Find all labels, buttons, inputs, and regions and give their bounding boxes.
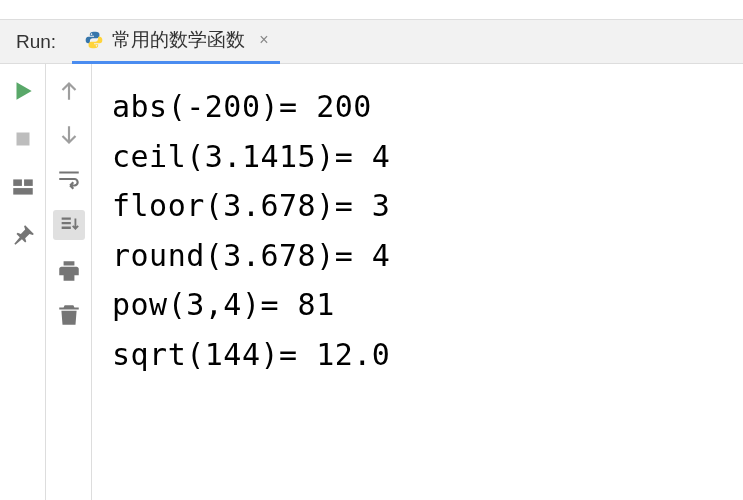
output-line: pow(3,4)= 81	[112, 280, 723, 330]
output-line: abs(-200)= 200	[112, 82, 723, 132]
close-icon[interactable]: ×	[259, 31, 268, 49]
trash-icon[interactable]	[56, 302, 82, 328]
output-line: floor(3.678)= 3	[112, 181, 723, 231]
toolbar-secondary	[46, 64, 92, 500]
main-area: abs(-200)= 200 ceil(3.1415)= 4 floor(3.6…	[0, 64, 743, 500]
run-panel-label: Run:	[0, 31, 72, 53]
run-button[interactable]	[10, 78, 36, 104]
layout-button[interactable]	[10, 174, 36, 200]
run-tab[interactable]: 常用的数学函数 ×	[72, 20, 280, 64]
run-panel-header: Run: 常用的数学函数 ×	[0, 20, 743, 64]
pin-icon[interactable]	[10, 222, 36, 248]
output-line: sqrt(144)= 12.0	[112, 330, 723, 380]
tab-title: 常用的数学函数	[112, 27, 245, 53]
print-icon[interactable]	[56, 258, 82, 284]
output-line: round(3.678)= 4	[112, 231, 723, 281]
stop-button[interactable]	[10, 126, 36, 152]
console-output[interactable]: abs(-200)= 200 ceil(3.1415)= 4 floor(3.6…	[92, 64, 743, 500]
arrow-down-icon[interactable]	[56, 122, 82, 148]
toolbar-primary	[0, 64, 46, 500]
scroll-to-end-icon[interactable]	[53, 210, 85, 240]
svg-rect-2	[24, 179, 33, 186]
soft-wrap-icon[interactable]	[56, 166, 82, 192]
svg-rect-1	[13, 179, 22, 186]
arrow-up-icon[interactable]	[56, 78, 82, 104]
top-border-area	[0, 0, 743, 20]
python-icon	[84, 30, 104, 50]
svg-rect-0	[16, 133, 29, 146]
output-line: ceil(3.1415)= 4	[112, 132, 723, 182]
svg-rect-3	[13, 188, 33, 195]
